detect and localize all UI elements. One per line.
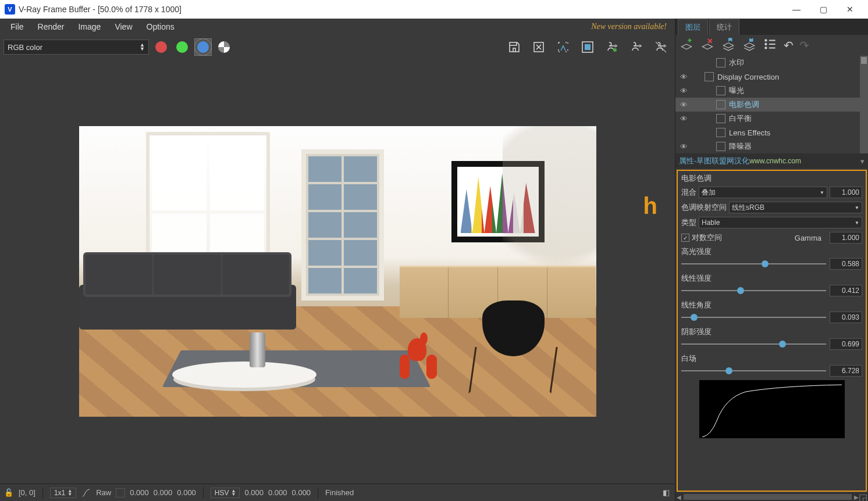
channel-dropdown[interactable]: RGB color ▲▼ (3, 40, 149, 55)
layer-row-0[interactable]: 水印 (675, 56, 868, 70)
type-dropdown[interactable]: Hable▼ (699, 217, 862, 228)
stop-render-button[interactable] (650, 38, 671, 56)
slider-thumb[interactable] (737, 287, 744, 294)
properties-panel: 电影色调 混合 叠加▼ 1.000 色调映射空间 线性sRGB▼ 类型 Habl… (677, 170, 867, 492)
slider-thumb[interactable] (691, 314, 698, 321)
properties-header: 属性-草图联盟网汉化www.cnwhc.com ▾ (675, 153, 868, 169)
slider-thumb[interactable] (725, 367, 732, 374)
undo-button[interactable]: ↶ (784, 38, 794, 52)
blend-mode-dropdown[interactable]: 叠加▼ (699, 187, 827, 198)
viewport[interactable]: h (0, 59, 675, 484)
delete-image-button[interactable] (528, 38, 549, 56)
menu-image[interactable]: Image (71, 22, 108, 31)
blue-channel-button[interactable] (197, 41, 209, 53)
lock-icon[interactable]: 🔓 (3, 488, 14, 497)
slider-thumb[interactable] (779, 341, 786, 348)
log-space-label: 对数空间 (692, 232, 722, 243)
layer-type-icon (716, 142, 725, 151)
g-value: 0.000 (154, 488, 173, 497)
curve-icon[interactable] (81, 488, 91, 498)
slider-track[interactable] (681, 343, 826, 345)
layer-label: 电影色调 (729, 99, 759, 110)
colorspace-dropdown[interactable]: HSV▲▼ (211, 488, 240, 498)
prop-header-label: 属性-草图联盟网汉化 (679, 156, 749, 165)
tab-layers[interactable]: 图层 (678, 19, 708, 35)
toolbar: RGB color ▲▼ (0, 35, 675, 59)
slider-track[interactable] (681, 370, 826, 371)
side-panel: 图层 统计 ↶ ↷ 水印👁Display Correction👁曝光👁电影色调👁… (675, 19, 868, 501)
layer-row-5[interactable]: Lens Effects (675, 126, 868, 139)
layer-toolbar: ↶ ↷ (675, 35, 868, 56)
svg-point-3 (764, 39, 767, 41)
log-space-checkbox[interactable]: ✓ (681, 234, 689, 242)
layer-row-4[interactable]: 👁白平衡 (675, 112, 868, 126)
slider-label: 白场 (681, 353, 862, 364)
slider-label: 线性强度 (681, 273, 862, 284)
close-button[interactable]: ✕ (837, 0, 863, 19)
visibility-toggle[interactable]: 👁 (678, 73, 689, 81)
slider-track[interactable] (681, 317, 826, 318)
slider-track[interactable] (681, 263, 826, 264)
render-last-button[interactable] (602, 38, 622, 56)
save-image-button[interactable] (504, 38, 525, 56)
layer-label: Display Correction (717, 73, 779, 81)
red-channel-button[interactable] (155, 41, 167, 53)
visibility-toggle[interactable]: 👁 (678, 87, 689, 95)
layer-type-icon (716, 128, 725, 137)
slider-3: 阴影强度0.699 (681, 327, 862, 350)
tab-stats[interactable]: 统计 (709, 19, 739, 35)
slider-label: 高光强度 (681, 246, 862, 257)
b-value: 0.000 (177, 488, 196, 497)
layers-list: 水印👁Display Correction👁曝光👁电影色调👁白平衡Lens Ef… (675, 56, 868, 153)
slider-value-input[interactable]: 0.093 (830, 312, 862, 323)
visibility-toggle[interactable]: 👁 (678, 142, 689, 151)
menu-view[interactable]: View (108, 22, 139, 31)
color-swatch[interactable] (116, 488, 125, 498)
load-layers-button[interactable] (742, 37, 757, 54)
maximize-button[interactable]: ▢ (810, 0, 837, 19)
pixel-coords: [0, 0] (19, 488, 35, 497)
slider-value-input[interactable]: 0.588 (830, 258, 862, 270)
prop-title: 电影色调 (681, 173, 862, 184)
slider-track[interactable] (681, 290, 826, 291)
slider-value-input[interactable]: 0.699 (830, 338, 862, 350)
gamma-label: Gamma (795, 234, 821, 242)
slider-value-input[interactable]: 6.728 (830, 365, 862, 377)
render-button[interactable] (626, 38, 647, 56)
tone-curve-graph (699, 380, 845, 438)
menu-file[interactable]: File (3, 22, 31, 31)
mono-channel-button[interactable] (218, 41, 230, 53)
menu-options[interactable]: Options (140, 22, 182, 31)
minimize-button[interactable]: — (783, 0, 810, 19)
add-layer-button[interactable] (679, 37, 694, 54)
track-mouse-button[interactable] (577, 38, 598, 56)
slider-thumb[interactable] (762, 260, 769, 267)
remove-layer-button[interactable] (700, 37, 715, 54)
save-layers-button[interactable] (721, 37, 736, 54)
green-channel-button[interactable] (176, 41, 188, 53)
region-render-button[interactable] (553, 38, 574, 56)
redo-button[interactable]: ↷ (799, 38, 809, 52)
layer-row-6[interactable]: 👁降噪器 (675, 139, 868, 153)
new-version-link[interactable]: New version available! (591, 22, 671, 31)
statusbar: 🔓 [0, 0] 1x1▲▼ Raw 0.000 0.000 0.000 HSV… (0, 484, 675, 501)
layer-row-1[interactable]: 👁Display Correction (675, 70, 868, 84)
layer-label: 降噪器 (729, 141, 752, 152)
layer-options-button[interactable] (763, 37, 778, 54)
visibility-toggle[interactable]: 👁 (678, 114, 689, 123)
layer-row-3[interactable]: 👁电影色调 (675, 98, 868, 112)
slider-value-input[interactable]: 0.412 (830, 285, 862, 296)
panel-bottom-scrollbar[interactable]: ◀▶ ◲ (675, 493, 868, 501)
expand-panel-icon[interactable]: ◧ (661, 488, 671, 497)
layer-row-2[interactable]: 👁曝光 (675, 84, 868, 98)
prop-menu-icon[interactable]: ▾ (860, 157, 865, 166)
gamma-input[interactable]: 1.000 (830, 232, 862, 244)
menubar: File Render Image View Options New versi… (0, 19, 675, 35)
slider-label: 线性角度 (681, 300, 862, 310)
tonespace-dropdown[interactable]: 线性sRGB▼ (729, 202, 862, 213)
layers-scrollbar[interactable] (860, 56, 868, 153)
menu-render[interactable]: Render (31, 22, 72, 31)
blend-value-input[interactable]: 1.000 (830, 187, 862, 198)
pixel-mode-dropdown[interactable]: 1x1▲▼ (50, 488, 76, 498)
visibility-toggle[interactable]: 👁 (678, 101, 689, 109)
